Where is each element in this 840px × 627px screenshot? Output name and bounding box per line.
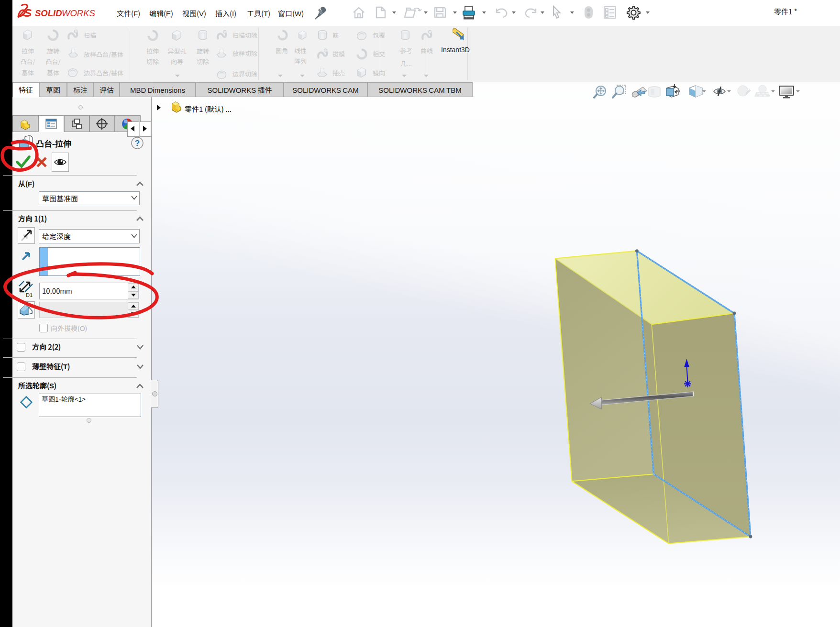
svg-text:SOLID: SOLID: [35, 8, 62, 18]
svg-text:WORKS: WORKS: [62, 8, 96, 18]
